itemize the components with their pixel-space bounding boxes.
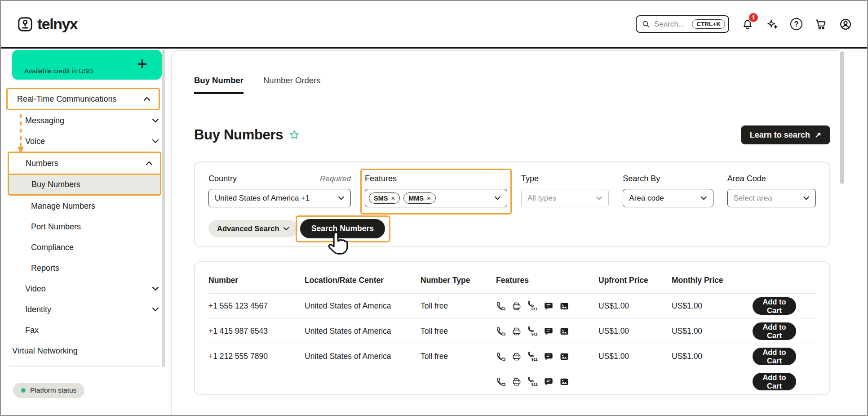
nav-label: Fax xyxy=(25,326,39,335)
number-cell: +1 212 555 7890 xyxy=(208,352,305,361)
sms-icon xyxy=(544,327,554,336)
area-code-label: Area Code xyxy=(727,174,766,183)
ai-assistant-button[interactable] xyxy=(766,18,778,30)
type-filter-group: Type All types xyxy=(521,174,609,207)
main-scrollbar[interactable] xyxy=(840,51,844,184)
search-input[interactable]: Search... CTRL+K xyxy=(636,15,729,33)
sidebar-item-real-time-communications[interactable]: Real-Time Communications xyxy=(8,89,159,109)
mms-icon xyxy=(559,352,569,362)
monthly-price-cell: US$1.00 xyxy=(672,352,753,361)
title-row: Buy Numbers Learn to search ↗ xyxy=(194,125,830,144)
number-type-cell: Toll free xyxy=(421,327,496,336)
user-icon xyxy=(839,18,852,31)
page-title: Buy Numbers xyxy=(194,127,283,143)
sidebar-item-messaging[interactable]: Messaging xyxy=(1,110,171,131)
header-actions: Search... CTRL+K 1 ? xyxy=(636,15,852,33)
learn-to-search-button[interactable]: Learn to search ↗ xyxy=(741,125,830,144)
search-by-select[interactable]: Area code xyxy=(623,189,713,207)
nav-label: Voice xyxy=(25,137,45,146)
country-select[interactable]: United States of America +1 xyxy=(208,189,351,207)
sidebar-item-reports[interactable]: Reports xyxy=(1,258,171,278)
telnyx-logo-icon xyxy=(17,16,33,32)
add-to-cart-button[interactable]: Add to Cart xyxy=(753,373,796,390)
app-window: telnyx Search... CTRL+K 1 ? xyxy=(0,0,868,416)
chevron-down-icon xyxy=(152,307,159,312)
account-button[interactable] xyxy=(839,18,852,31)
chevron-down-icon xyxy=(596,196,602,200)
sidebar-item-virtual-networking[interactable]: Virtual Networking xyxy=(1,340,171,361)
help-button[interactable]: ? xyxy=(790,18,802,30)
upfront-price-cell: US$1.00 xyxy=(598,352,672,361)
mms-icon xyxy=(559,377,569,387)
chevron-down-icon xyxy=(152,286,159,291)
nav-label: Manage Numbers xyxy=(31,201,95,211)
advanced-search-button[interactable]: Advanced Search xyxy=(208,220,298,237)
add-to-cart-button[interactable]: Add to Cart xyxy=(753,322,796,340)
chip-mms[interactable]: MMS × xyxy=(403,192,436,204)
notifications-button[interactable]: 1 xyxy=(741,18,754,31)
search-by-label: Search By xyxy=(623,174,660,183)
search-numbers-button[interactable]: Search Numbers xyxy=(300,219,385,238)
tab-buy-number[interactable]: Buy Number xyxy=(194,76,244,94)
number-cell: +1 415 987 6543 xyxy=(208,327,305,336)
platform-status-link[interactable]: Platform status xyxy=(13,383,84,398)
add-credit-button[interactable]: + xyxy=(134,54,150,73)
features-cell xyxy=(496,326,598,336)
col-header-location: Location/Rate Center xyxy=(305,276,421,285)
nav-label: Compliance xyxy=(31,243,74,252)
platform-status-label: Platform status xyxy=(30,386,76,394)
add-to-cart-button[interactable]: Add to Cart xyxy=(753,297,796,315)
upfront-price-cell: US$1.00 xyxy=(598,301,672,311)
sidebar-item-video[interactable]: Video xyxy=(1,278,171,299)
chevron-down-icon xyxy=(700,196,707,200)
add-to-cart-button[interactable]: Add to Cart xyxy=(753,348,796,365)
sidebar-item-fax[interactable]: Fax xyxy=(1,320,171,340)
sidebar-item-compliance[interactable]: Compliance xyxy=(1,237,171,258)
sidebar-nav: Real-Time Communications Messaging Voice… xyxy=(1,88,171,361)
telnyx-logo[interactable]: telnyx xyxy=(17,15,77,33)
col-header-number: Number xyxy=(208,276,305,285)
cart-button[interactable] xyxy=(815,18,827,31)
chip-sms[interactable]: SMS × xyxy=(369,192,400,204)
question-icon: ? xyxy=(790,18,802,30)
close-icon[interactable]: × xyxy=(391,194,395,202)
feature-chips: SMS × MMS × xyxy=(369,192,436,204)
close-icon[interactable]: × xyxy=(427,194,431,202)
features-select[interactable]: SMS × MMS × xyxy=(365,189,507,207)
voice-icon xyxy=(496,301,506,311)
type-select[interactable]: All types xyxy=(521,189,609,207)
results-card: Number Location/Rate Center Number Type … xyxy=(194,261,830,395)
monthly-price-cell: US$1.00 xyxy=(672,301,753,311)
search-filters-card: Country Required United States of Americ… xyxy=(194,161,830,247)
sms-icon xyxy=(544,377,554,387)
keyboard-shortcut-badge: CTRL+K xyxy=(692,19,725,29)
sidebar-item-numbers[interactable]: Numbers xyxy=(9,153,160,174)
e911-icon xyxy=(527,326,538,336)
chip-label: MMS xyxy=(408,195,424,202)
sidebar-item-buy-numbers[interactable]: Buy Numbers xyxy=(9,174,160,194)
logo-wordmark: telnyx xyxy=(37,15,77,33)
search-by-value: Area code xyxy=(629,194,664,203)
col-header-features: Features xyxy=(496,276,598,285)
e911-icon xyxy=(527,351,538,362)
voice-icon xyxy=(496,377,506,387)
chevron-up-icon xyxy=(146,161,153,166)
sidebar-item-port-numbers[interactable]: Port Numbers xyxy=(1,216,171,237)
credit-label: Available credit in USD xyxy=(24,67,93,75)
nav-label: Port Numbers xyxy=(31,222,81,232)
tab-number-orders[interactable]: Number Orders xyxy=(263,76,320,94)
nav-label: Real-Time Communications xyxy=(17,94,116,104)
area-code-select[interactable]: Select area xyxy=(727,189,816,207)
sidebar-item-identity[interactable]: Identity xyxy=(1,299,171,320)
mms-icon xyxy=(559,301,569,311)
tab-bar: Buy Number Number Orders xyxy=(194,76,830,94)
sidebar-item-manage-numbers[interactable]: Manage Numbers xyxy=(1,196,171,216)
sidebar-scrollbar[interactable] xyxy=(162,49,165,367)
sidebar-item-voice[interactable]: Voice xyxy=(1,131,171,152)
table-row: +1 415 987 6543 United States of America… xyxy=(208,319,816,344)
upfront-price-cell: US$1.00 xyxy=(598,327,672,336)
features-cell xyxy=(496,301,598,311)
page-body: Available credit in USD + Real-Time Comm… xyxy=(1,49,867,415)
star-icon[interactable] xyxy=(289,130,300,140)
advanced-search-label: Advanced Search xyxy=(217,224,279,233)
